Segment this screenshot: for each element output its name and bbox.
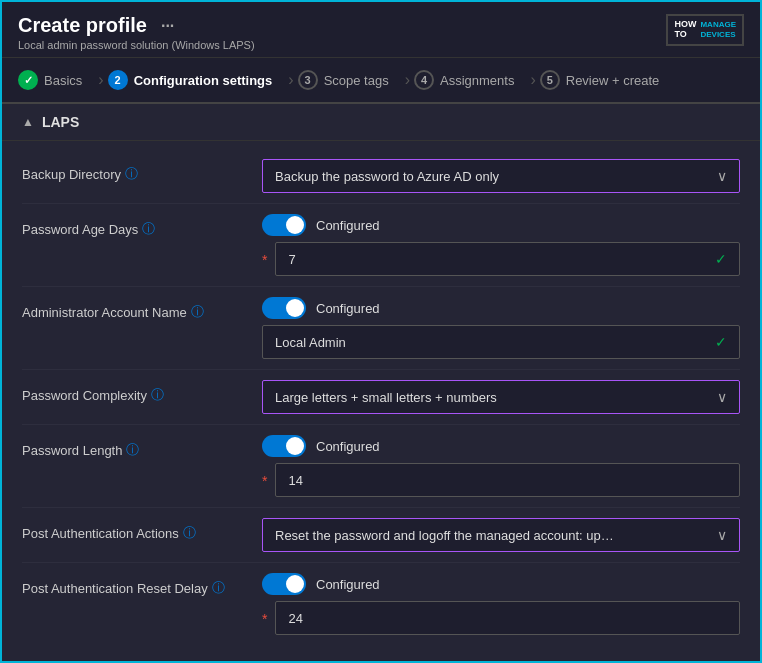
password-age-days-label: Password Age Days — [22, 222, 138, 237]
password-length-toggle-row: Configured — [262, 435, 740, 457]
post-auth-actions-label-col: Post Authentication Actions ⓘ — [22, 518, 262, 542]
password-complexity-value: Large letters + small letters + numbers — [275, 390, 497, 405]
admin-account-name-toggle-row: Configured — [262, 297, 740, 319]
post-auth-reset-delay-control: Configured * 24 — [262, 573, 740, 635]
step-review[interactable]: 5 Review + create — [540, 66, 672, 94]
password-age-days-toggle-label: Configured — [316, 218, 380, 233]
logo: HOW TO MANAGE DEVICES — [666, 14, 744, 46]
password-age-days-toggle-row: Configured — [262, 214, 740, 236]
laps-chevron-icon: ▲ — [22, 115, 34, 129]
password-age-days-check-icon: ✓ — [715, 251, 727, 267]
password-complexity-info-icon[interactable]: ⓘ — [151, 386, 164, 404]
post-auth-reset-delay-input-value: 24 — [288, 611, 302, 626]
admin-account-name-label: Administrator Account Name — [22, 305, 187, 320]
admin-account-name-row: Administrator Account Name ⓘ Configured … — [22, 287, 740, 370]
post-auth-reset-delay-row: Post Authentication Reset Delay ⓘ Config… — [22, 563, 740, 645]
step-sep-1: › — [98, 71, 103, 89]
password-complexity-label-col: Password Complexity ⓘ — [22, 380, 262, 404]
page-title: Create profile ··· — [18, 14, 255, 37]
password-complexity-row: Password Complexity ⓘ Large letters + sm… — [22, 370, 740, 425]
backup-directory-caret-icon: ∨ — [717, 168, 727, 184]
step-configuration-circle: 2 — [108, 70, 128, 90]
backup-directory-row: Backup Directory ⓘ Backup the password t… — [22, 149, 740, 204]
backup-directory-select[interactable]: Backup the password to Azure AD only ∨ — [262, 159, 740, 193]
admin-account-name-toggle-label: Configured — [316, 301, 380, 316]
admin-account-name-control: Configured Local Admin ✓ — [262, 297, 740, 359]
post-auth-actions-info-icon[interactable]: ⓘ — [183, 524, 196, 542]
step-assignments-circle: 4 — [414, 70, 434, 90]
step-assignments-label: Assignments — [440, 73, 514, 88]
laps-section-header[interactable]: ▲ LAPS — [2, 104, 760, 141]
password-length-control: Configured * 14 — [262, 435, 740, 497]
password-length-toggle-label: Configured — [316, 439, 380, 454]
post-auth-reset-delay-info-icon[interactable]: ⓘ — [212, 579, 225, 597]
admin-account-name-input-value: Local Admin — [275, 335, 346, 350]
backup-directory-value: Backup the password to Azure AD only — [275, 169, 499, 184]
laps-section-title: LAPS — [42, 114, 79, 130]
password-age-days-input-value: 7 — [288, 252, 295, 267]
step-assignments[interactable]: 4 Assignments — [414, 66, 526, 94]
post-auth-actions-value: Reset the password and logoff the manage… — [275, 528, 615, 543]
admin-account-name-input[interactable]: Local Admin ✓ — [262, 325, 740, 359]
password-length-row: Password Length ⓘ Configured * 14 — [22, 425, 740, 508]
password-complexity-label: Password Complexity — [22, 388, 147, 403]
post-auth-reset-delay-label: Post Authentication Reset Delay — [22, 581, 208, 596]
backup-directory-info-icon[interactable]: ⓘ — [125, 165, 138, 183]
backup-directory-label: Backup Directory — [22, 167, 121, 182]
page-subtitle: Local admin password solution (Windows L… — [18, 39, 255, 51]
step-review-label: Review + create — [566, 73, 660, 88]
header-more-button[interactable]: ··· — [161, 17, 174, 35]
post-auth-actions-caret-icon: ∨ — [717, 527, 727, 543]
admin-account-name-toggle[interactable] — [262, 297, 306, 319]
password-complexity-select[interactable]: Large letters + small letters + numbers … — [262, 380, 740, 414]
post-auth-reset-delay-toggle-label: Configured — [316, 577, 380, 592]
step-basics-circle: ✓ — [18, 70, 38, 90]
password-length-label-col: Password Length ⓘ — [22, 435, 262, 459]
post-auth-reset-delay-toggle[interactable] — [262, 573, 306, 595]
admin-account-name-label-col: Administrator Account Name ⓘ — [22, 297, 262, 321]
post-auth-reset-delay-input[interactable]: 24 — [275, 601, 740, 635]
password-age-days-control: Configured * 7 ✓ — [262, 214, 740, 276]
password-length-input[interactable]: 14 — [275, 463, 740, 497]
password-complexity-caret-icon: ∨ — [717, 389, 727, 405]
step-configuration-label: Configuration settings — [134, 73, 273, 88]
password-age-days-input[interactable]: 7 ✓ — [275, 242, 740, 276]
backup-directory-label-col: Backup Directory ⓘ — [22, 159, 262, 183]
password-length-required: * — [262, 473, 267, 489]
password-age-days-required: * — [262, 252, 267, 268]
password-age-days-label-col: Password Age Days ⓘ — [22, 214, 262, 238]
password-age-days-row: Password Age Days ⓘ Configured * 7 ✓ — [22, 204, 740, 287]
password-length-toggle[interactable] — [262, 435, 306, 457]
step-basics-label: Basics — [44, 73, 82, 88]
post-auth-actions-select[interactable]: Reset the password and logoff the manage… — [262, 518, 740, 552]
post-auth-actions-row: Post Authentication Actions ⓘ Reset the … — [22, 508, 740, 563]
step-basics[interactable]: ✓ Basics — [18, 66, 94, 94]
admin-account-name-info-icon[interactable]: ⓘ — [191, 303, 204, 321]
logo-how: HOW TO — [674, 20, 696, 40]
step-scope[interactable]: 3 Scope tags — [298, 66, 401, 94]
password-complexity-control: Large letters + small letters + numbers … — [262, 380, 740, 414]
post-auth-reset-delay-toggle-row: Configured — [262, 573, 740, 595]
password-age-days-info-icon[interactable]: ⓘ — [142, 220, 155, 238]
step-configuration[interactable]: 2 Configuration settings — [108, 66, 285, 94]
backup-directory-control: Backup the password to Azure AD only ∨ — [262, 159, 740, 193]
title-text: Create profile — [18, 14, 147, 37]
password-age-days-toggle[interactable] — [262, 214, 306, 236]
step-scope-circle: 3 — [298, 70, 318, 90]
step-scope-label: Scope tags — [324, 73, 389, 88]
step-review-circle: 5 — [540, 70, 560, 90]
admin-account-name-check-icon: ✓ — [715, 334, 727, 350]
post-auth-reset-delay-required: * — [262, 611, 267, 627]
form-area: Backup Directory ⓘ Backup the password t… — [2, 141, 760, 661]
password-length-input-value: 14 — [288, 473, 302, 488]
logo-manage: MANAGE DEVICES — [700, 20, 736, 39]
wizard-steps: ✓ Basics › 2 Configuration settings › 3 … — [2, 58, 760, 104]
password-length-label: Password Length — [22, 443, 122, 458]
page-header: Create profile ··· Local admin password … — [2, 2, 760, 58]
post-auth-actions-label: Post Authentication Actions — [22, 526, 179, 541]
main-content: ▲ LAPS Backup Directory ⓘ Backup the pas… — [2, 104, 760, 661]
step-sep-3: › — [405, 71, 410, 89]
step-sep-4: › — [530, 71, 535, 89]
password-length-info-icon[interactable]: ⓘ — [126, 441, 139, 459]
step-sep-2: › — [288, 71, 293, 89]
